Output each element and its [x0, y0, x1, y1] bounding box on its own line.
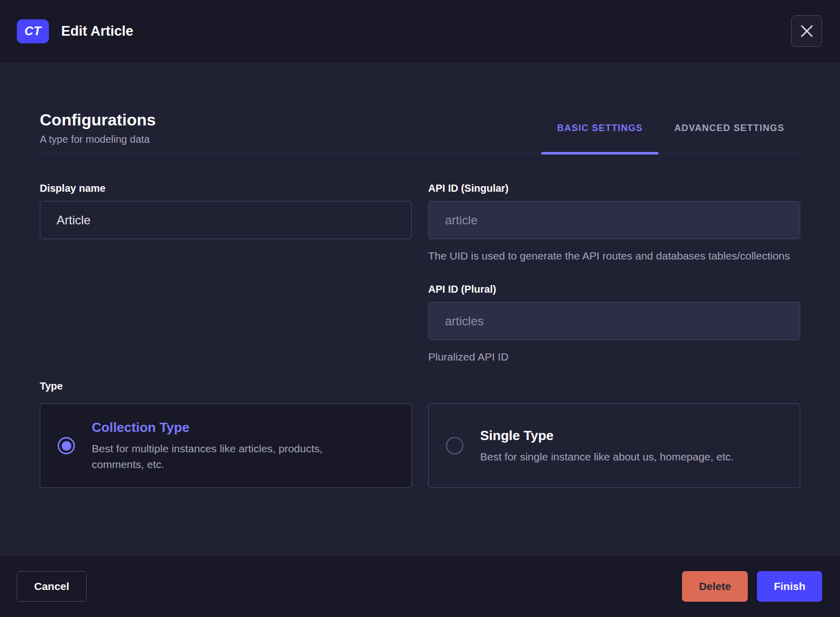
collection-type-title: Collection Type: [92, 419, 377, 435]
finish-button[interactable]: Finish: [757, 571, 822, 602]
collection-type-option[interactable]: Collection Type Best for multiple instan…: [40, 403, 412, 488]
type-section: Type Collection Type Best for multiple i…: [40, 380, 800, 488]
modal-title: Edit Article: [61, 23, 134, 39]
radio-selected-dot-icon: [62, 441, 71, 451]
single-type-text: Single Type Best for single instance lik…: [480, 427, 733, 465]
page-subtitle: A type for modeling data: [40, 133, 156, 146]
api-id-singular-helper: The UID is used to generate the API rout…: [428, 248, 800, 264]
content-type-badge-label: CT: [24, 24, 41, 38]
api-id-singular-field-group: API ID (Singular) The UID is used to gen…: [428, 182, 800, 264]
collection-type-description: Best for multiple instances like article…: [92, 441, 377, 472]
single-type-radio[interactable]: [446, 437, 463, 454]
collection-type-text: Collection Type Best for multiple instan…: [92, 419, 377, 472]
modal-header: CT Edit Article: [0, 0, 840, 62]
display-name-input[interactable]: [40, 201, 412, 239]
collection-type-radio[interactable]: [58, 437, 75, 454]
single-type-title: Single Type: [480, 427, 733, 444]
cancel-button[interactable]: Cancel: [17, 571, 87, 602]
api-id-plural-helper: Pluralized API ID: [428, 349, 800, 365]
single-type-option[interactable]: Single Type Best for single instance lik…: [428, 403, 800, 488]
close-icon: [800, 24, 814, 38]
api-id-plural-label: API ID (Plural): [428, 283, 800, 295]
configuration-form: Display name API ID (Singular) The UID i…: [40, 182, 800, 365]
content-type-badge: CT: [17, 19, 49, 43]
form-column-left: Display name: [40, 182, 412, 365]
close-button[interactable]: [791, 15, 822, 47]
single-type-description: Best for single instance like about us, …: [480, 449, 733, 465]
configurations-header-row: Configurations A type for modeling data …: [40, 110, 800, 153]
api-id-plural-input: [428, 302, 800, 340]
tab-basic-settings[interactable]: BASIC SETTINGS: [541, 122, 659, 153]
type-options: Collection Type Best for multiple instan…: [40, 403, 800, 488]
modal-footer: Cancel Delete Finish: [0, 555, 840, 617]
modal-body: Configurations A type for modeling data …: [0, 62, 840, 555]
display-name-field-group: Display name: [40, 182, 412, 239]
api-id-plural-field-group: API ID (Plural) Pluralized API ID: [428, 283, 800, 365]
edit-content-type-modal: CT Edit Article Configurations A type fo…: [0, 0, 840, 617]
form-column-right: API ID (Singular) The UID is used to gen…: [428, 182, 800, 365]
radio-unselected-dot-icon: [450, 441, 460, 451]
page-title: Configurations: [40, 110, 156, 130]
api-id-singular-label: API ID (Singular): [428, 182, 800, 194]
type-section-label: Type: [40, 380, 800, 392]
tab-advanced-settings[interactable]: ADVANCED SETTINGS: [659, 122, 800, 153]
settings-tabs: BASIC SETTINGS ADVANCED SETTINGS: [541, 122, 800, 153]
delete-button[interactable]: Delete: [682, 571, 748, 602]
api-id-singular-input: [428, 201, 800, 239]
configurations-heading: Configurations A type for modeling data: [40, 110, 156, 153]
display-name-label: Display name: [40, 182, 412, 194]
